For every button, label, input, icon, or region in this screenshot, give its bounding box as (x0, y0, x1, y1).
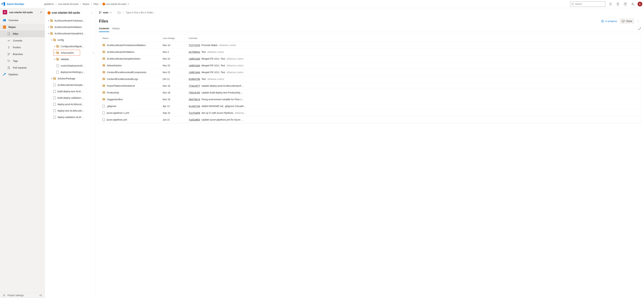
tab-contents[interactable]: Contents (99, 25, 109, 32)
tree-item[interactable]: deploymentSettings.j… (45, 69, 96, 75)
project-header[interactable]: C coe-starter-kit-azdo + (0, 8, 45, 16)
table-row[interactable]: .gitignoreApr 129ce827a6Added README.md,… (99, 103, 641, 110)
content-more-button[interactable]: ⋮ (636, 20, 641, 23)
tree-item[interactable]: JohannaDev⋮ (45, 50, 96, 56)
col-header-last-change[interactable]: Last change (163, 37, 189, 39)
tree-item[interactable]: customDeploymentS… (45, 62, 96, 69)
tree-item[interactable]: ALMAcceleratorForAdvanc… (45, 17, 96, 24)
nav-repos[interactable]: Repos (0, 24, 45, 30)
table-row[interactable]: CenterofExcellenceAuditComponentsNov 22c… (99, 69, 641, 76)
table-row[interactable]: ProductivityNov 1879524c85Update build-d… (99, 89, 641, 96)
commit-hash-link[interactable]: fa1fbd58 (189, 112, 200, 114)
commit-hash-link[interactable]: cb801dab (189, 71, 200, 74)
search-box[interactable] (570, 1, 605, 7)
commit-hash-link[interactable]: fad3a803 (189, 118, 200, 121)
folder-path-icon (118, 11, 120, 14)
nav-pipelines[interactable]: Pipelines (0, 71, 45, 78)
chevron-down-icon[interactable] (50, 39, 53, 41)
breadcrumb-page[interactable]: Files (94, 3, 98, 5)
commit-message: Merged PR 1011: Test (202, 64, 225, 67)
help-icon[interactable] (622, 0, 629, 8)
tree-item[interactable]: deploy-validation-ALM… (45, 114, 96, 120)
tree-item[interactable]: ConfigurationMigrati… (45, 43, 96, 50)
svg-point-23 (9, 68, 10, 69)
nav-pushes[interactable]: Pushes (0, 44, 45, 51)
collapse-sidebar-button[interactable] (39, 294, 42, 296)
clone-button[interactable]: Clone (620, 18, 634, 24)
tree-item[interactable]: SolutionPackage (45, 75, 96, 82)
tree-item[interactable]: ALMAcceleratorSample… (45, 82, 96, 88)
chevron-right-icon[interactable] (54, 52, 56, 54)
tree-item-label: deploy-test-ALMAccele… (58, 109, 96, 112)
table-row[interactable]: PowerPlatformGitHubALMNov 167fda18ffUpda… (99, 82, 641, 89)
table-row[interactable]: SuggestionBoxNov 1938470dc6Fixing enviro… (99, 96, 641, 103)
tree-item[interactable]: ALMAcceleratorforMakers (45, 24, 96, 30)
chevron-right-icon[interactable] (47, 26, 50, 28)
nav-overview[interactable]: Overview (0, 17, 45, 24)
marketplace-icon[interactable] (614, 0, 622, 8)
tree-item-more-button[interactable]: ⋮ (92, 51, 94, 54)
commit-hash-link[interactable]: cb801dab (189, 57, 200, 60)
breadcrumb-area[interactable]: Repos (82, 3, 90, 5)
fullscreen-button[interactable] (638, 27, 641, 30)
tree-item-label: config (58, 39, 96, 41)
nav-branches[interactable]: Branches (0, 51, 45, 58)
chevron-right-icon[interactable] (47, 20, 50, 21)
chevron-right-icon[interactable] (54, 45, 56, 47)
table-row[interactable]: azure-pipelines.ymlJun 21fad3a803Update … (99, 116, 641, 123)
nav-tags[interactable]: Tags (0, 58, 45, 64)
chevron-right-icon[interactable] (50, 78, 53, 79)
path-input[interactable] (126, 11, 170, 14)
commit-hash-link[interactable]: 7fda18ff (189, 85, 200, 87)
chevron-down-icon[interactable] (47, 33, 50, 34)
nav-pull-requests[interactable]: Pull requests (0, 64, 45, 71)
breadcrumb-project[interactable]: coe-starter-kit-azdo (58, 3, 78, 5)
tree-item[interactable]: deploy-prod-ALMAccel… (45, 101, 96, 108)
col-header-commits[interactable]: Commits (189, 37, 638, 39)
commit-message: Added README.md, .gitignore (VisualS… (202, 105, 246, 108)
top-bar: Azure DevOps pplatform / coe-starter-kit… (0, 0, 644, 8)
tree-item-label: ALMAcceleratorSampleSol… (54, 32, 96, 35)
nav-commits[interactable]: Commits (0, 37, 45, 44)
breadcrumb-repo-picker[interactable]: coe-starter-kit-azdo (103, 3, 130, 5)
branch-name: main (103, 11, 108, 14)
table-row[interactable]: ALMAcceleratorSampleSolutionNov 22cb801d… (99, 55, 641, 62)
commit-hash-link[interactable]: 38470dc6 (189, 98, 200, 101)
tree-item[interactable]: build-deploy-test-ALM… (45, 88, 96, 95)
user-avatar[interactable]: JL (638, 2, 642, 6)
table-row[interactable]: azure-pipelines-1.ymlSep 10fa1fbd58Set u… (99, 110, 641, 116)
logo-section[interactable]: Azure DevOps (2, 2, 26, 6)
search-input[interactable] (575, 3, 604, 5)
svg-point-18 (8, 55, 8, 55)
table-row[interactable]: ANewSolutionNov 22cb801dabMerged PR 1011… (99, 62, 641, 69)
tree-more-button[interactable]: ⋮ (90, 11, 94, 14)
user-settings-icon[interactable] (629, 0, 636, 8)
col-header-name[interactable]: Name ↑ (102, 37, 163, 39)
commit-hash-link[interactable]: 9ce827a6 (189, 105, 200, 108)
tree-item[interactable]: ALMAcceleratorSampleSol… (45, 30, 96, 37)
commit-hash-link[interactable]: ae76063a (189, 51, 200, 53)
table-row[interactable]: CenterofExcellenceAuditLogsOct 11018b6fd… (99, 76, 641, 82)
tree-item[interactable]: build-deploy-validation… (45, 95, 96, 101)
work-items-icon[interactable] (607, 0, 614, 8)
table-row[interactable]: ALMAcceleratorForAdvancedMakersNov 10f15… (99, 42, 641, 49)
tree-item[interactable]: Validate (45, 56, 96, 62)
table-row[interactable]: ALMAcceleratorforMakersNov 2ae76063aTest… (99, 49, 641, 55)
add-button[interactable]: + (40, 10, 42, 14)
tree-repo-name[interactable]: coe-starter-kit-azdo (52, 11, 88, 14)
tree-item[interactable]: deploy-test-ALMAccele… (45, 108, 96, 114)
project-settings-link[interactable]: Project settings (3, 294, 24, 297)
tree-item[interactable]: config (45, 37, 96, 43)
nav-files[interactable]: Files (0, 30, 45, 37)
commit-hash-link[interactable]: f1573145 (189, 44, 200, 47)
tab-history[interactable]: History (112, 25, 120, 32)
build-status-badge[interactable]: in progress (601, 20, 617, 22)
nav-label: Commits (13, 39, 22, 42)
chevron-right-icon[interactable] (54, 58, 56, 60)
commit-author: Johanna Lorenz (226, 57, 243, 60)
commit-hash-link[interactable]: cb801dab (189, 64, 200, 67)
breadcrumb-org[interactable]: pplatform (44, 3, 54, 5)
branch-picker[interactable]: main (99, 11, 112, 14)
commit-hash-link[interactable]: 79524c85 (189, 91, 200, 94)
commit-hash-link[interactable]: 018b6fdb (189, 78, 200, 80)
